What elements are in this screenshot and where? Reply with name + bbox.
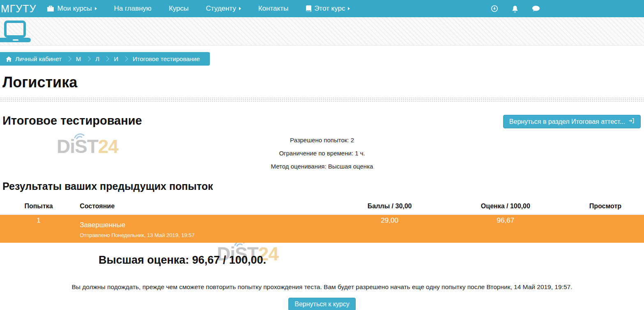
breadcrumb-item-dashboard[interactable]: Личный кабинет xyxy=(15,55,62,62)
top-navbar: МГУТУ Мои курсы На главную Курсы Студент… xyxy=(0,0,644,17)
grading-method-text: Метод оценивания: Высшая оценка xyxy=(0,163,644,170)
table-header-row: Попытка Состояние Баллы / 30,00 Оценка /… xyxy=(0,198,644,215)
logo-mgutu[interactable]: МГУТУ xyxy=(0,3,47,15)
sign-in-icon xyxy=(628,118,635,125)
chevron-right-icon xyxy=(95,7,97,10)
attempts-table: Попытка Состояние Баллы / 30,00 Оценка /… xyxy=(0,198,644,243)
chevron-separator-icon xyxy=(104,56,109,62)
breadcrumb-item-current: Итоговое тестирование xyxy=(133,55,200,62)
home-icon xyxy=(6,56,12,62)
attempt-grade-cell: 96,67 xyxy=(444,215,567,243)
breadcrumb-item-l[interactable]: Л xyxy=(95,55,99,62)
results-title: Результаты ваших предыдущих попыток xyxy=(2,180,644,192)
attempt-submitted-timestamp: Отправлено Понедельник, 13 Май 2019, 19:… xyxy=(80,232,332,238)
time-limit-text: Ограничение по времени: 1 ч. xyxy=(0,150,644,157)
column-header-attempt: Попытка xyxy=(0,198,77,215)
download-circle-icon[interactable] xyxy=(491,5,498,12)
back-to-course-label: Вернуться к курсу xyxy=(294,301,349,308)
page-title: Логистика xyxy=(2,74,644,91)
navbar-right-icons xyxy=(491,5,644,13)
nav-item-home[interactable]: На главную xyxy=(114,5,152,13)
nav-item-label: Мои курсы xyxy=(57,5,92,13)
attempt-marks-cell: 29,00 xyxy=(335,215,444,243)
attempt-row: 1 Завершенные Отправлено Понедельник, 13… xyxy=(0,215,644,243)
attempt-state-cell: Завершенные Отправлено Понедельник, 13 М… xyxy=(77,215,335,243)
column-header-state: Состояние xyxy=(77,198,335,215)
laptop-icon-base xyxy=(0,38,31,42)
back-to-section-button[interactable]: Вернуться в раздел Итоговая аттест... xyxy=(503,115,641,128)
nav-item-this-course[interactable]: Этот курс xyxy=(306,5,350,13)
laptop-icon xyxy=(4,21,26,38)
chevron-separator-icon xyxy=(66,56,71,62)
attempts-allowed-text: Разрешено попыток: 2 xyxy=(0,137,644,144)
wait-message: Вы должны подождать, прежде чем сможете … xyxy=(0,283,644,291)
chevron-separator-icon xyxy=(85,56,91,62)
briefcase-icon xyxy=(47,5,54,12)
final-grade-text: Высшая оценка: 96,67 / 100,00. xyxy=(99,254,644,267)
nav-item-courses[interactable]: Курсы xyxy=(169,5,189,13)
quiz-section-header: Итоговое тестирование Вернуться в раздел… xyxy=(0,114,644,130)
bell-icon[interactable] xyxy=(511,5,519,13)
column-header-grade: Оценка / 100,00 xyxy=(444,198,567,215)
column-header-review: Просмотр xyxy=(567,198,644,215)
back-to-course-button[interactable]: Вернуться к курсу xyxy=(288,298,355,310)
chevron-right-icon xyxy=(239,7,241,10)
chat-icon[interactable] xyxy=(532,5,540,12)
back-to-section-label: Вернуться в раздел Итоговая аттест... xyxy=(509,118,625,125)
attempt-number-cell: 1 xyxy=(0,215,77,243)
breadcrumb: Личный кабинет М Л И Итоговое тестирован… xyxy=(0,52,210,66)
dotted-divider xyxy=(0,97,644,102)
nav-item-label: Этот курс xyxy=(314,5,345,13)
breadcrumb-item-m[interactable]: М xyxy=(76,55,81,62)
attempt-review-cell xyxy=(567,215,644,243)
nav-item-contacts[interactable]: Контакты xyxy=(258,5,288,13)
nav-item-label: Студенту xyxy=(206,5,236,13)
book-icon xyxy=(306,5,311,12)
quiz-info: Разрешено попыток: 2 Ограничение по врем… xyxy=(0,137,644,170)
column-header-marks: Баллы / 30,00 xyxy=(335,198,444,215)
nav-item-label: Контакты xyxy=(258,5,288,13)
nav-item-my-courses[interactable]: Мои курсы xyxy=(47,5,97,13)
chevron-separator-icon xyxy=(123,56,128,62)
chevron-right-icon xyxy=(348,7,350,10)
header-band xyxy=(0,17,644,46)
nav-item-label: Курсы xyxy=(169,5,189,13)
nav-item-label: На главную xyxy=(114,5,152,13)
nav-item-student[interactable]: Студенту xyxy=(206,5,241,13)
attempt-state: Завершенные xyxy=(80,219,332,229)
breadcrumb-item-i[interactable]: И xyxy=(114,55,118,62)
